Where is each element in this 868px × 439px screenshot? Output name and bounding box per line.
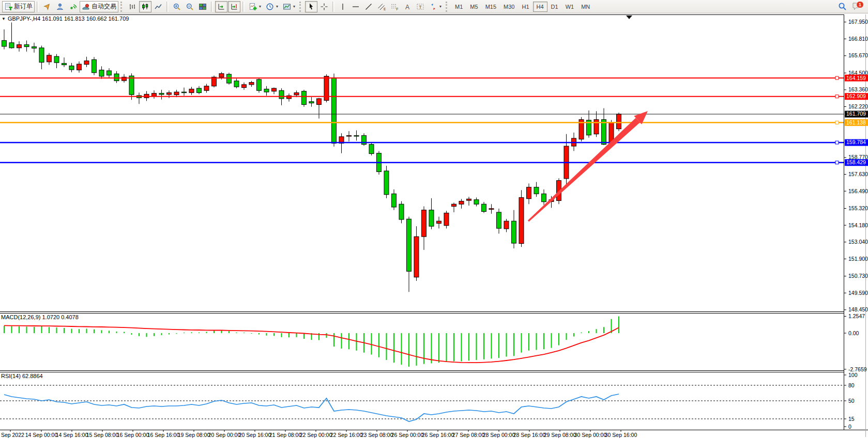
fibonacci-button[interactable]: F <box>388 1 401 12</box>
line-chart-button[interactable] <box>152 1 164 12</box>
tile-windows-icon <box>199 3 207 11</box>
trendline-icon <box>364 3 373 11</box>
bar-chart-icon <box>128 3 136 11</box>
bar-chart-button[interactable] <box>126 1 139 12</box>
chart-menu-arrow-icon[interactable]: ▼ <box>2 17 6 21</box>
price-axis[interactable]: 167.950166.810165.670164.500163.360162.2… <box>844 19 868 312</box>
chart-shift-button[interactable] <box>228 1 240 12</box>
signal-icon <box>69 3 77 11</box>
svg-text:162.220: 162.220 <box>848 103 868 109</box>
text-label-icon: T <box>416 3 424 11</box>
svg-text:T: T <box>419 4 422 9</box>
tile-windows-button[interactable] <box>196 1 209 12</box>
templates-button[interactable]: ▾ <box>281 1 297 12</box>
svg-text:16 Sep 16:00: 16 Sep 16:00 <box>147 432 180 438</box>
line-chart-icon <box>154 3 162 11</box>
equidistant-channel-button[interactable]: E <box>375 1 388 12</box>
text-icon: A <box>403 3 412 11</box>
timeframe-M1[interactable]: M1 <box>451 2 466 12</box>
notifications-button[interactable]: 1 <box>852 2 862 11</box>
text-button[interactable]: A <box>401 1 414 12</box>
svg-text:50: 50 <box>848 398 855 404</box>
search-button[interactable] <box>836 1 849 12</box>
periods-button[interactable]: ▾ <box>264 1 280 12</box>
svg-text:20 Sep 00:00: 20 Sep 00:00 <box>208 432 241 438</box>
horizontal-line-icon <box>352 3 360 11</box>
zoom-out-button[interactable] <box>184 1 196 12</box>
auto-scroll-icon <box>217 3 225 11</box>
rsi-pane[interactable]: 1008050150 <box>0 372 858 430</box>
chart-title: ▼ GBPJPY-,H4 161.091 161.813 160.662 161… <box>2 15 129 22</box>
candlestick-chart-button[interactable] <box>139 1 151 12</box>
arrows-tool-button[interactable]: ▾ <box>427 1 444 12</box>
clock-icon <box>266 3 274 11</box>
svg-text:158.429: 158.429 <box>846 159 866 165</box>
chart-canvas[interactable]: 1.25470.00-2.76591008050150167.950166.81… <box>0 0 868 439</box>
chart-shift-marker[interactable] <box>626 15 632 19</box>
market-button[interactable] <box>54 1 66 12</box>
svg-text:166.810: 166.810 <box>848 36 868 42</box>
person-icon <box>56 3 64 11</box>
search-icon <box>838 2 847 11</box>
mt4-window: 新订单 自动交易 <box>0 0 868 439</box>
svg-text:30 Sep 00:00: 30 Sep 00:00 <box>574 432 607 438</box>
timeframe-H4[interactable]: H4 <box>533 2 547 12</box>
chart-title-text: GBPJPY-,H4 161.091 161.813 160.662 161.7… <box>8 15 129 22</box>
horizontal-line-button[interactable] <box>349 1 362 12</box>
timeframe-D1[interactable]: D1 <box>547 2 562 12</box>
crosshair-button[interactable] <box>318 1 330 12</box>
auto-scroll-button[interactable] <box>215 1 227 12</box>
add-indicator-button[interactable]: ▾ <box>247 1 263 12</box>
svg-text:26 Sep 16:00: 26 Sep 16:00 <box>422 432 454 438</box>
svg-text:1.2547: 1.2547 <box>848 313 865 319</box>
timeframe-W1[interactable]: W1 <box>562 2 578 12</box>
timeframe-MN[interactable]: MN <box>577 2 593 12</box>
cursor-button[interactable] <box>305 1 317 12</box>
arrows-tool-icon <box>429 3 437 11</box>
svg-text:155.320: 155.320 <box>848 205 868 211</box>
svg-text:0: 0 <box>848 424 851 430</box>
svg-text:100: 100 <box>848 372 858 378</box>
add-indicator-icon <box>249 3 257 11</box>
svg-text:F: F <box>397 7 399 11</box>
svg-text:21 Sep 08:00: 21 Sep 08:00 <box>269 432 302 438</box>
new-order-icon <box>4 3 12 11</box>
vertical-line-button[interactable] <box>337 1 349 12</box>
svg-text:167.950: 167.950 <box>848 19 868 25</box>
separator <box>37 2 39 12</box>
svg-text:15: 15 <box>848 416 855 422</box>
macd-pane[interactable]: 1.25470.00-2.7659 <box>4 313 867 372</box>
zoom-in-button[interactable] <box>171 1 183 12</box>
svg-text:156.490: 156.490 <box>848 188 868 194</box>
timeframe-M30[interactable]: M30 <box>500 2 518 12</box>
svg-text:148.450: 148.450 <box>848 306 868 312</box>
svg-text:161.709: 161.709 <box>846 111 866 117</box>
svg-text:80: 80 <box>848 382 855 388</box>
candles-layer[interactable] <box>2 23 621 292</box>
rsi-indicator-label: RSI(14) 62.8864 <box>1 373 43 379</box>
mql5-wizard-button[interactable] <box>41 1 53 12</box>
svg-text:27 Sep 08:00: 27 Sep 08:00 <box>452 432 485 438</box>
price-lines-layer[interactable] <box>0 76 844 164</box>
svg-text:28 Sep 16:00: 28 Sep 16:00 <box>513 432 546 438</box>
svg-text:A: A <box>405 3 409 10</box>
svg-text:0.00: 0.00 <box>848 330 859 336</box>
autotrading-icon <box>82 3 90 11</box>
svg-text:14 Sep 16:00: 14 Sep 16:00 <box>56 432 88 438</box>
separator <box>242 2 245 12</box>
time-axis[interactable]: 3 Sep 202214 Sep 00:0014 Sep 16:0015 Sep… <box>0 430 637 438</box>
signals-button[interactable] <box>67 1 79 12</box>
trendline-button[interactable] <box>362 1 375 12</box>
text-label-button[interactable]: T <box>414 1 427 12</box>
svg-text:150.730: 150.730 <box>848 273 868 279</box>
toolbar-grip <box>446 2 449 12</box>
svg-text:22 Sep 00:00: 22 Sep 00:00 <box>300 432 332 438</box>
timeframe-M15[interactable]: M15 <box>482 2 500 12</box>
toolbar: 新订单 自动交易 <box>0 0 868 13</box>
timeframe-H1[interactable]: H1 <box>518 2 532 12</box>
timeframe-M5[interactable]: M5 <box>466 2 481 12</box>
macd-indicator-label: MACD(12,26,9) 1.0720 0.4078 <box>1 314 79 320</box>
autotrading-button[interactable]: 自动交易 <box>80 1 118 12</box>
crosshair-icon <box>320 3 328 11</box>
new-order-button[interactable]: 新订单 <box>2 1 35 12</box>
